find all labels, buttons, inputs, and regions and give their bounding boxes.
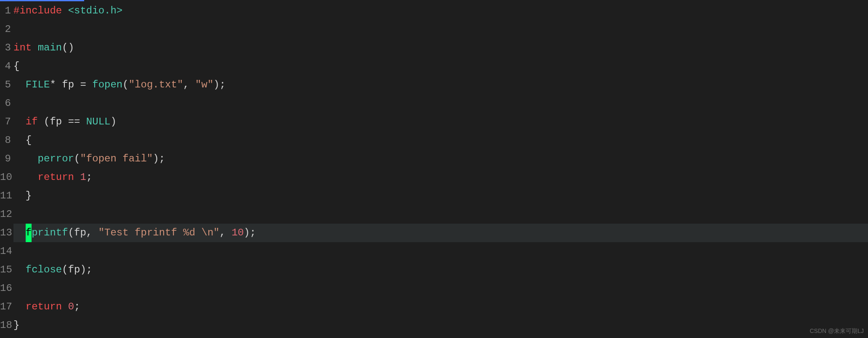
ident-token: * fp = bbox=[50, 79, 92, 90]
number-token: 10 bbox=[232, 227, 244, 238]
punct-token: ; bbox=[86, 172, 92, 183]
code-area[interactable]: #include <stdio.h> int main() { FILE* fp… bbox=[13, 2, 868, 338]
indent bbox=[13, 153, 38, 164]
code-line[interactable]: if (fp == NULL) bbox=[13, 113, 868, 131]
line-number: 6 bbox=[0, 94, 11, 113]
code-line[interactable]: } bbox=[13, 187, 868, 205]
punct-token: ) bbox=[110, 116, 116, 127]
code-line[interactable]: FILE* fp = fopen("log.txt", "w"); bbox=[13, 76, 868, 94]
macro-token: NULL bbox=[86, 116, 111, 127]
punct-token: (fp); bbox=[62, 264, 92, 275]
line-number: 15 bbox=[0, 261, 11, 279]
brace-token: { bbox=[13, 61, 19, 72]
code-line-current[interactable]: fprintf(fp, "Test fprintf %d \n", 10); bbox=[13, 224, 868, 242]
indent bbox=[13, 190, 26, 201]
indent bbox=[13, 172, 38, 183]
code-editor: 1 2 3 4 5 6 7 8 9 10 11 12 13 14 15 16 1… bbox=[0, 0, 868, 338]
line-number-gutter: 1 2 3 4 5 6 7 8 9 10 11 12 13 14 15 16 1… bbox=[0, 2, 13, 338]
keyword-token: return bbox=[26, 301, 62, 312]
indent bbox=[13, 264, 26, 275]
indent bbox=[13, 301, 26, 312]
code-line[interactable] bbox=[13, 279, 868, 298]
space bbox=[74, 172, 80, 183]
punct-token: ); bbox=[213, 79, 226, 90]
code-line[interactable] bbox=[13, 94, 868, 113]
punct-token: , bbox=[183, 79, 195, 90]
function-name: main bbox=[38, 42, 62, 53]
indent bbox=[13, 227, 26, 238]
code-line[interactable]: int main() bbox=[13, 39, 868, 57]
punct-token: , bbox=[220, 227, 232, 238]
line-number: 4 bbox=[0, 57, 11, 76]
code-line[interactable] bbox=[13, 205, 868, 224]
line-number: 5 bbox=[0, 76, 11, 94]
code-line[interactable]: return 1; bbox=[13, 168, 868, 187]
number-token: 1 bbox=[80, 172, 86, 183]
code-line[interactable]: } bbox=[13, 316, 868, 335]
punct-token: ); bbox=[153, 153, 165, 164]
keyword-token: int bbox=[13, 42, 32, 53]
line-number: 16 bbox=[0, 279, 11, 298]
line-number: 9 bbox=[0, 150, 11, 168]
punct-token: ; bbox=[74, 301, 80, 312]
space bbox=[62, 5, 68, 16]
string-token: "w" bbox=[195, 79, 213, 90]
code-line[interactable]: { bbox=[13, 57, 868, 76]
code-line[interactable] bbox=[13, 242, 868, 261]
punct-token: () bbox=[62, 42, 74, 53]
punct-token: ( bbox=[122, 79, 128, 90]
indent bbox=[13, 116, 26, 127]
string-token: "log.txt" bbox=[129, 79, 183, 90]
punct-token: ); bbox=[244, 227, 256, 238]
keyword-token: if bbox=[26, 116, 38, 127]
line-number: 8 bbox=[0, 131, 11, 150]
function-name: printf bbox=[32, 227, 68, 238]
code-line[interactable]: return 0; bbox=[13, 298, 868, 316]
line-number: 17 bbox=[0, 298, 11, 316]
preproc-token: #include bbox=[13, 5, 62, 16]
brace-token: } bbox=[13, 320, 19, 331]
type-token: FILE bbox=[26, 79, 50, 90]
ident-token: (fp, bbox=[68, 227, 98, 238]
indent bbox=[13, 79, 26, 90]
line-number: 13 bbox=[0, 224, 11, 242]
line-number: 18 bbox=[0, 316, 11, 335]
line-number: 11 bbox=[0, 187, 11, 205]
brace-token: } bbox=[26, 190, 32, 201]
line-number: 7 bbox=[0, 113, 11, 131]
ident-token: (fp == bbox=[38, 116, 86, 127]
indent bbox=[13, 135, 26, 146]
punct-token: ( bbox=[74, 153, 80, 164]
text-cursor: f bbox=[26, 224, 32, 242]
space bbox=[32, 42, 37, 53]
code-line[interactable]: { bbox=[13, 131, 868, 150]
top-accent-bar bbox=[0, 0, 84, 1]
space bbox=[62, 301, 68, 312]
function-name: fopen bbox=[92, 79, 122, 90]
number-token: 0 bbox=[68, 301, 74, 312]
string-token: "fopen fail" bbox=[80, 153, 153, 164]
code-line[interactable]: perror("fopen fail"); bbox=[13, 150, 868, 168]
code-line[interactable] bbox=[13, 20, 868, 39]
function-name: fclose bbox=[26, 264, 62, 275]
line-number: 3 bbox=[0, 39, 11, 57]
function-name: perror bbox=[38, 153, 74, 164]
line-number: 1 bbox=[0, 2, 11, 20]
brace-token: { bbox=[26, 135, 32, 146]
include-header: <stdio.h> bbox=[68, 5, 123, 16]
keyword-token: return bbox=[38, 172, 74, 183]
string-token: "Test fprintf %d \n" bbox=[98, 227, 220, 238]
code-line[interactable]: fclose(fp); bbox=[13, 261, 868, 279]
line-number: 10 bbox=[0, 168, 11, 187]
code-line[interactable]: #include <stdio.h> bbox=[13, 2, 868, 20]
line-number: 12 bbox=[0, 205, 11, 224]
line-number: 2 bbox=[0, 20, 11, 39]
watermark-text: CSDN @未来可期LJ bbox=[810, 327, 864, 335]
line-number: 14 bbox=[0, 242, 11, 261]
